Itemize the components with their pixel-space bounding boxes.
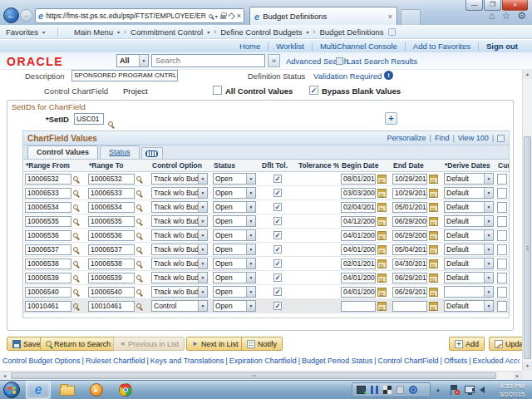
- calendar-icon[interactable]: [377, 175, 387, 184]
- new-tab-button[interactable]: [401, 9, 421, 25]
- favorites-menu[interactable]: Favorites: [6, 27, 38, 37]
- chevron-down-icon[interactable]: ▾: [246, 216, 255, 226]
- begin-date-input[interactable]: 08/01/2011: [341, 174, 376, 185]
- control-option-select[interactable]: Track w/o Budg▾: [151, 244, 208, 255]
- lookup-icon[interactable]: [73, 303, 78, 308]
- chevron-down-icon[interactable]: ▾: [484, 202, 493, 212]
- end-date-input[interactable]: 10/29/2011: [392, 188, 427, 199]
- begin-date-input[interactable]: 04/01/2006: [341, 287, 376, 298]
- derive-dates-select[interactable]: Default▾: [444, 258, 494, 269]
- lookup-icon[interactable]: [73, 176, 78, 181]
- derive-dates-select[interactable]: Default▾: [444, 215, 494, 227]
- scroll-up-icon[interactable]: ▲: [523, 70, 532, 79]
- action-center-flag-icon[interactable]: ×: [450, 385, 458, 395]
- lookup-icon[interactable]: [136, 219, 141, 224]
- window-icon[interactable]: [397, 386, 404, 394]
- minimize-button[interactable]: —: [466, 0, 483, 11]
- forward-button[interactable]: →: [20, 9, 32, 22]
- calendar-icon[interactable]: [377, 245, 387, 254]
- control-option-select[interactable]: Track w/o Budg▾: [151, 272, 208, 283]
- chevron-down-icon[interactable]: ▾: [246, 188, 255, 198]
- range-to-input[interactable]: 10006540: [88, 287, 135, 298]
- related-link[interactable]: Expiration Chartfield: [229, 357, 297, 365]
- related-link[interactable]: Control ChartField: [378, 357, 439, 365]
- related-link[interactable]: Keys and Translations: [150, 357, 224, 365]
- dflt-tol-checkbox[interactable]: ✓: [273, 259, 282, 268]
- range-from-input[interactable]: 10006538: [25, 259, 71, 269]
- chevron-down-icon[interactable]: ▾: [484, 259, 493, 268]
- calendar-icon[interactable]: [429, 231, 438, 240]
- status-select[interactable]: Open▾: [213, 258, 256, 269]
- range-to-input[interactable]: 10006535: [88, 216, 135, 227]
- lookup-icon[interactable]: [136, 247, 141, 252]
- screen-share-icon[interactable]: [357, 386, 366, 394]
- chevron-down-icon[interactable]: ▾: [246, 287, 255, 297]
- end-date-input[interactable]: 06/29/2007: [392, 216, 427, 227]
- search-scope-select[interactable]: All ▾: [116, 54, 149, 67]
- taskbar-explorer-button[interactable]: [55, 381, 80, 399]
- calendar-icon[interactable]: [377, 203, 387, 212]
- status-select[interactable]: Open▾: [213, 300, 256, 312]
- scroll-right-icon[interactable]: ►: [513, 372, 522, 380]
- begin-date-input[interactable]: 04/01/2006: [341, 273, 376, 283]
- breadcrumb-define-control-budgets[interactable]: Define Control Budgets: [220, 27, 302, 37]
- dflt-tol-checkbox[interactable]: ✓: [273, 273, 282, 282]
- dflt-tol-checkbox[interactable]: ✓: [273, 203, 282, 211]
- address-bar[interactable]: e https://fms-tst.ps.sc.edu/psp/FTST/EMP…: [35, 8, 244, 23]
- checkered-window-icon[interactable]: [383, 386, 392, 394]
- add-button[interactable]: + Add: [449, 337, 485, 351]
- chevron-down-icon[interactable]: ▾: [198, 259, 207, 268]
- lookup-icon[interactable]: [73, 261, 78, 266]
- vertical-scrollbar[interactable]: ▲ ▼: [522, 70, 532, 371]
- lookup-icon[interactable]: [136, 176, 141, 181]
- dflt-tol-checkbox[interactable]: ✓: [273, 189, 282, 197]
- horizontal-scrollbar[interactable]: ◄ ►: [0, 371, 522, 380]
- download-grid-icon[interactable]: [497, 135, 505, 142]
- home-icon[interactable]: ⌂: [489, 10, 495, 22]
- lookup-icon[interactable]: [136, 289, 141, 294]
- dflt-tol-checkbox[interactable]: ✓: [273, 245, 282, 254]
- find-link[interactable]: Find: [435, 134, 450, 142]
- derive-dates-select[interactable]: Default▾: [444, 272, 494, 283]
- chevron-down-icon[interactable]: ▾: [198, 202, 207, 212]
- range-to-input[interactable]: 10006537: [88, 244, 135, 255]
- chevron-down-icon[interactable]: ▾: [198, 230, 207, 240]
- return-to-search-button[interactable]: Return to Search: [40, 337, 116, 351]
- cumulative-input[interactable]: [497, 287, 507, 298]
- chevron-down-icon[interactable]: ▾: [198, 188, 207, 198]
- last-search-results-link[interactable]: Last Search Results: [347, 57, 417, 66]
- chevron-down-icon[interactable]: ▾: [246, 244, 255, 254]
- worklist-link[interactable]: Worklist: [268, 42, 313, 51]
- description-input[interactable]: SPONSORED PROGRAM CNTRL BUDGET: [71, 70, 178, 81]
- chevron-down-icon[interactable]: ▾: [198, 216, 207, 226]
- related-link[interactable]: Control Budget Options: [2, 357, 81, 365]
- add-row-button[interactable]: +: [385, 112, 397, 125]
- chevron-down-icon[interactable]: ▾: [484, 230, 493, 240]
- lookup-icon[interactable]: [73, 204, 78, 209]
- tab-control-values[interactable]: Control Values: [27, 145, 98, 159]
- cumulative-input[interactable]: [497, 230, 507, 241]
- range-to-input[interactable]: 10006532: [88, 174, 135, 185]
- taskbar-chrome-button[interactable]: [113, 381, 138, 399]
- derive-dates-select[interactable]: Default▾: [444, 244, 494, 255]
- lookup-icon[interactable]: [136, 233, 141, 238]
- scroll-down-icon[interactable]: ▼: [523, 362, 532, 371]
- range-from-input[interactable]: 10006533: [25, 188, 71, 199]
- setid-input[interactable]: USC01: [74, 113, 104, 125]
- personalize-link[interactable]: Personalize: [387, 134, 426, 142]
- view-100-link[interactable]: View 100: [458, 134, 489, 142]
- lookup-icon[interactable]: [73, 289, 78, 294]
- status-select[interactable]: Open▾: [213, 244, 256, 255]
- range-from-input[interactable]: 10006532: [25, 174, 71, 185]
- derive-dates-select[interactable]: Default▾: [444, 201, 494, 213]
- cumulative-input[interactable]: [497, 244, 507, 255]
- begin-date-input[interactable]: [341, 301, 376, 312]
- calendar-icon[interactable]: [429, 245, 438, 254]
- calendar-icon[interactable]: [429, 288, 438, 297]
- horizontal-scroll-thumb[interactable]: [11, 372, 496, 379]
- cumulative-input[interactable]: [497, 188, 507, 199]
- volume-icon[interactable]: [480, 387, 485, 393]
- tab-status[interactable]: Status: [100, 145, 140, 159]
- calendar-icon[interactable]: [429, 175, 438, 184]
- cumulative-input[interactable]: [497, 273, 507, 283]
